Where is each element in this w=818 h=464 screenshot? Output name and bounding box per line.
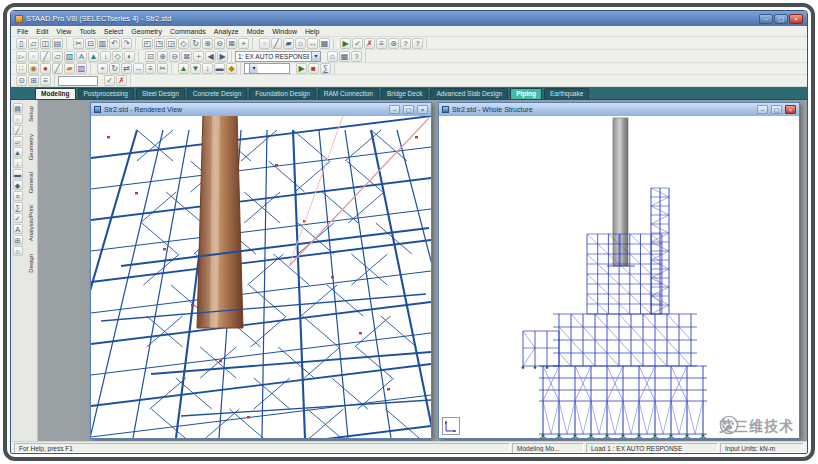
- release-cursor-icon[interactable]: ◐: [124, 51, 135, 62]
- structure-list-dropdown[interactable]: ▾: [244, 63, 290, 74]
- support-cursor-icon[interactable]: ▲: [88, 51, 99, 62]
- zoom-in-icon[interactable]: ⊕: [157, 51, 168, 62]
- mode-tab-foundation-design[interactable]: Foundation Design: [249, 88, 316, 99]
- maximize-button[interactable]: ▢: [774, 14, 788, 24]
- plate-tool-icon[interactable]: ▱: [13, 136, 23, 146]
- property-page-icon[interactable]: ▬: [13, 169, 23, 179]
- output-icon[interactable]: ≡: [376, 38, 387, 49]
- rendered-view-titlebar[interactable]: Str2.std - Rendered View – ▢ ×: [91, 103, 431, 116]
- zoom-extents-icon[interactable]: ⊠: [181, 51, 192, 62]
- previous-view-icon[interactable]: ◀: [205, 51, 216, 62]
- close-button[interactable]: ×: [785, 105, 796, 114]
- open-file-icon[interactable]: ▱: [28, 38, 39, 49]
- sum-icon[interactable]: ∑: [320, 63, 331, 74]
- load-page-icon[interactable]: ↓: [13, 158, 23, 168]
- add-beam-icon[interactable]: ╱: [52, 63, 63, 74]
- mode-tab-steel-design[interactable]: Steel Design: [136, 88, 185, 99]
- rotate-view-icon[interactable]: ↻: [190, 38, 201, 49]
- move-icon[interactable]: +: [97, 63, 108, 74]
- menu-tools[interactable]: Tools: [79, 28, 95, 35]
- beam-label-icon[interactable]: ╱: [271, 38, 282, 49]
- snap-node-icon[interactable]: ⊙: [16, 75, 27, 86]
- query-icon[interactable]: ?: [400, 38, 411, 49]
- menu-file[interactable]: File: [17, 28, 28, 35]
- menu-commands[interactable]: Commands: [170, 28, 206, 35]
- split-beam-icon[interactable]: ✂: [157, 63, 168, 74]
- cancel-icon[interactable]: ✗: [116, 75, 127, 86]
- close-button[interactable]: ×: [789, 14, 803, 24]
- view-top-icon[interactable]: ◳: [154, 38, 165, 49]
- minimize-button[interactable]: –: [757, 105, 768, 114]
- check-model-icon[interactable]: ✓: [352, 38, 363, 49]
- view-side-icon[interactable]: ◲: [166, 38, 177, 49]
- zoom-all-icon[interactable]: ⊠: [226, 38, 237, 49]
- pan-view-icon[interactable]: +: [238, 38, 249, 49]
- minimize-button[interactable]: –: [759, 14, 773, 24]
- select-pointer-icon[interactable]: ▻: [16, 51, 27, 62]
- view-page-icon[interactable]: ⌂: [13, 246, 23, 256]
- diagram-icon[interactable]: ⌂: [295, 38, 306, 49]
- menu-analyze[interactable]: Analyze: [214, 28, 239, 35]
- material-icon[interactable]: ◆: [226, 63, 237, 74]
- paste-icon[interactable]: ▥: [97, 38, 108, 49]
- maximize-button[interactable]: ▢: [771, 105, 782, 114]
- undo-icon[interactable]: ↶: [109, 38, 120, 49]
- view-iso-icon[interactable]: ◇: [178, 38, 189, 49]
- mode-tab-concrete-design[interactable]: Concrete Design: [187, 88, 247, 99]
- page-tab-geometry[interactable]: Geometry: [28, 134, 34, 160]
- menu-window[interactable]: Window: [272, 28, 297, 35]
- view-front-icon[interactable]: ◰: [142, 38, 153, 49]
- chevron-down-icon[interactable]: ▾: [249, 64, 258, 73]
- add-solid-icon[interactable]: ▧: [76, 63, 87, 74]
- help-icon[interactable]: ?: [412, 38, 423, 49]
- job-info-icon[interactable]: ▤: [13, 103, 23, 113]
- cut-icon[interactable]: ✂: [73, 38, 84, 49]
- stop-icon[interactable]: ■: [308, 63, 319, 74]
- dimension-icon[interactable]: ↔: [307, 38, 318, 49]
- beam-cursor-icon[interactable]: ╱: [40, 51, 51, 62]
- close-button[interactable]: ×: [417, 105, 428, 114]
- mode-tab-bridge-deck[interactable]: Bridge Deck: [381, 88, 428, 99]
- beam-tool-icon[interactable]: ╱: [13, 125, 23, 135]
- pan-icon[interactable]: +: [193, 51, 204, 62]
- load-icon[interactable]: ↓: [202, 63, 213, 74]
- fixed-support-icon[interactable]: ▼: [190, 63, 201, 74]
- support-page-icon[interactable]: ▲: [13, 147, 23, 157]
- whole-structure-titlebar[interactable]: Str2.std - Whole Structure – ▢ ×: [439, 103, 799, 116]
- material-page-icon[interactable]: ◆: [13, 180, 23, 190]
- rotate-icon[interactable]: ↻: [109, 63, 120, 74]
- node-tool-icon[interactable]: ◦: [13, 114, 23, 124]
- plate-label-icon[interactable]: ▰: [283, 38, 294, 49]
- plate-cursor-icon[interactable]: ▱: [52, 51, 63, 62]
- renumber-icon[interactable]: ≡: [145, 63, 156, 74]
- menu-view[interactable]: View: [56, 28, 71, 35]
- zoom-out-icon[interactable]: ⊖: [169, 51, 180, 62]
- error-list-icon[interactable]: ✗: [364, 38, 375, 49]
- mode-tab-postprocessing[interactable]: Postprocessing: [78, 88, 134, 99]
- circular-repeat-icon[interactable]: ◉: [28, 63, 39, 74]
- mode-tab-earthquake[interactable]: Earthquake: [544, 88, 589, 99]
- page-tab-setup[interactable]: Setup: [28, 106, 34, 122]
- maximize-button[interactable]: ▢: [403, 105, 414, 114]
- coordinate-input[interactable]: [58, 76, 98, 86]
- grid-page-icon[interactable]: ⊞: [13, 235, 23, 245]
- zoom-out-icon[interactable]: ⊖: [214, 38, 225, 49]
- run-icon[interactable]: ▶: [296, 63, 307, 74]
- property-icon[interactable]: ▬: [214, 63, 225, 74]
- mode-tab-advanced-slab-design[interactable]: Advanced Slab Design: [430, 88, 508, 99]
- tables-icon[interactable]: ▦: [319, 38, 330, 49]
- whole-structure-icon[interactable]: ⌂: [327, 51, 338, 62]
- whole-structure-canvas[interactable]: [439, 116, 799, 438]
- rendered-view-canvas[interactable]: [91, 116, 431, 438]
- mode-tab-ram-connection[interactable]: RAM Connection: [318, 88, 379, 99]
- minimize-button[interactable]: –: [389, 105, 400, 114]
- add-plate-icon[interactable]: ▰: [64, 63, 75, 74]
- node-cursor-icon[interactable]: ◦: [28, 51, 39, 62]
- save-icon[interactable]: ◫: [40, 38, 51, 49]
- spec-page-icon[interactable]: ≡: [13, 191, 23, 201]
- page-tab-general[interactable]: General: [28, 172, 34, 193]
- menu-help[interactable]: Help: [305, 28, 319, 35]
- mirror-icon[interactable]: ⇄: [121, 63, 132, 74]
- design-page-icon[interactable]: ✓: [13, 213, 23, 223]
- insert-node-icon[interactable]: ●: [40, 63, 51, 74]
